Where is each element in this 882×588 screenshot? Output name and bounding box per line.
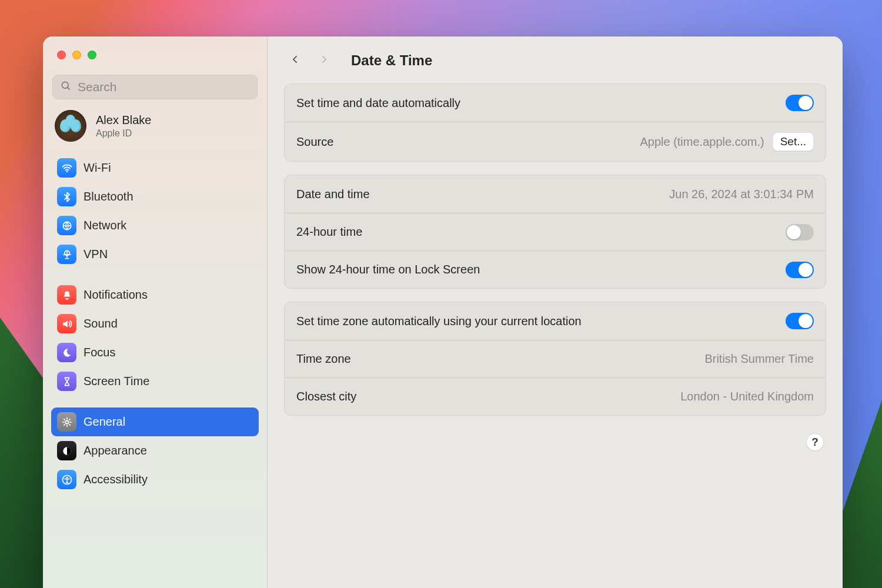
sidebar-item-label: Focus: [83, 346, 115, 359]
toggle-auto-tz[interactable]: [786, 313, 814, 329]
row-label: Show 24-hour time on Lock Screen: [296, 263, 480, 276]
window-fullscreen-button[interactable]: [88, 51, 96, 59]
svg-point-2: [66, 171, 68, 172]
row-label: Set time zone automatically using your c…: [296, 315, 582, 328]
sidebar-item-general[interactable]: General: [51, 407, 259, 436]
window-traffic-lights: [51, 47, 259, 59]
row-source: Source Apple (time.apple.com.) Set...: [285, 122, 826, 161]
row-date-time: Date and time Jun 26, 2024 at 3:01:34 PM: [285, 175, 826, 213]
sidebar-item-vpn[interactable]: VPN: [51, 240, 259, 269]
account-row[interactable]: Alex Blake Apple ID: [51, 99, 259, 145]
toggle-auto-time[interactable]: [786, 95, 814, 111]
accessibility-icon: [57, 470, 76, 489]
row-auto-tz: Set time zone automatically using your c…: [285, 302, 826, 340]
sidebar-item-label: Appearance: [83, 444, 147, 457]
city-value: London - United Kingdom: [680, 390, 814, 403]
content-pane: Date & Time Set time and date automatica…: [268, 36, 843, 588]
svg-point-0: [62, 82, 68, 88]
row-city: Closest city London - United Kingdom: [285, 377, 826, 415]
help-button[interactable]: ?: [806, 433, 824, 451]
page-title: Date & Time: [351, 52, 432, 69]
sidebar-item-wifi[interactable]: Wi-Fi: [51, 153, 259, 182]
sidebar: Alex Blake Apple ID Wi-Fi Bluetooth Netw…: [43, 36, 268, 588]
panel-auto-time: Set time and date automatically Source A…: [284, 83, 826, 162]
avatar: [55, 110, 86, 142]
search-icon: [60, 80, 72, 94]
search-input[interactable]: [78, 80, 250, 94]
wifi-icon: [57, 158, 76, 178]
sidebar-item-label: Network: [83, 219, 126, 232]
chevron-left-icon: [290, 52, 300, 69]
sidebar-item-label: Bluetooth: [83, 190, 133, 203]
row-auto-time: Set time and date automatically: [285, 84, 826, 122]
date-time-value: Jun 26, 2024 at 3:01:34 PM: [669, 188, 814, 201]
sidebar-item-label: General: [83, 415, 125, 429]
toggle-24h[interactable]: [786, 224, 814, 240]
sidebar-search[interactable]: [52, 75, 258, 99]
row-label: Date and time: [296, 188, 370, 201]
source-value: Apple (time.apple.com.): [640, 135, 764, 149]
bluetooth-icon: [57, 187, 76, 206]
sidebar-item-label: VPN: [83, 248, 108, 261]
sidebar-item-label: Notifications: [83, 288, 148, 302]
sidebar-item-accessibility[interactable]: Accessibility: [51, 465, 259, 494]
speaker-icon: [57, 314, 76, 333]
nav-forward-button: [315, 52, 332, 69]
moon-icon: [57, 343, 76, 362]
sidebar-item-sound[interactable]: Sound: [51, 309, 259, 338]
sidebar-item-bluetooth[interactable]: Bluetooth: [51, 182, 259, 211]
sidebar-item-focus[interactable]: Focus: [51, 338, 259, 367]
sidebar-item-screen-time[interactable]: Screen Time: [51, 367, 259, 396]
svg-point-8: [66, 476, 68, 478]
window-minimize-button[interactable]: [72, 51, 81, 59]
source-set-button[interactable]: Set...: [773, 132, 814, 151]
svg-point-5: [65, 420, 68, 423]
gear-icon: [57, 412, 76, 432]
row-label: Source: [296, 135, 333, 149]
sidebar-item-label: Wi-Fi: [83, 161, 111, 175]
window-close-button[interactable]: [57, 51, 66, 59]
sidebar-item-notifications[interactable]: Notifications: [51, 280, 259, 309]
settings-window: Alex Blake Apple ID Wi-Fi Bluetooth Netw…: [43, 36, 843, 588]
row-label: 24-hour time: [296, 225, 362, 239]
row-label: Time zone: [296, 352, 351, 366]
account-sub: Apple ID: [96, 128, 152, 139]
panel-datetime: Date and time Jun 26, 2024 at 3:01:34 PM…: [284, 175, 826, 289]
row-24h-lock: Show 24-hour time on Lock Screen: [285, 250, 826, 288]
chevron-right-icon: [319, 52, 329, 69]
svg-line-1: [68, 88, 70, 90]
bell-icon: [57, 285, 76, 305]
nav-back-button[interactable]: [286, 52, 304, 69]
sidebar-item-label: Sound: [83, 317, 118, 330]
sidebar-item-network[interactable]: Network: [51, 211, 259, 240]
hourglass-icon: [57, 372, 76, 391]
sidebar-item-label: Accessibility: [83, 473, 148, 486]
toggle-24h-lock[interactable]: [786, 262, 814, 278]
globe-icon: [57, 216, 76, 235]
sidebar-list: Wi-Fi Bluetooth Network VPN Notification…: [51, 153, 259, 494]
vpn-icon: [57, 245, 76, 264]
sidebar-item-appearance[interactable]: Appearance: [51, 436, 259, 465]
contrast-icon: [57, 441, 76, 460]
row-24h: 24-hour time: [285, 213, 826, 250]
account-name: Alex Blake: [96, 113, 152, 127]
row-tz: Time zone British Summer Time: [285, 340, 826, 377]
sidebar-item-label: Screen Time: [83, 375, 149, 388]
tz-value: British Summer Time: [704, 352, 814, 366]
row-label: Closest city: [296, 390, 356, 403]
panel-timezone: Set time zone automatically using your c…: [284, 302, 826, 416]
topbar: Date & Time: [284, 49, 826, 83]
row-label: Set time and date automatically: [296, 96, 460, 110]
